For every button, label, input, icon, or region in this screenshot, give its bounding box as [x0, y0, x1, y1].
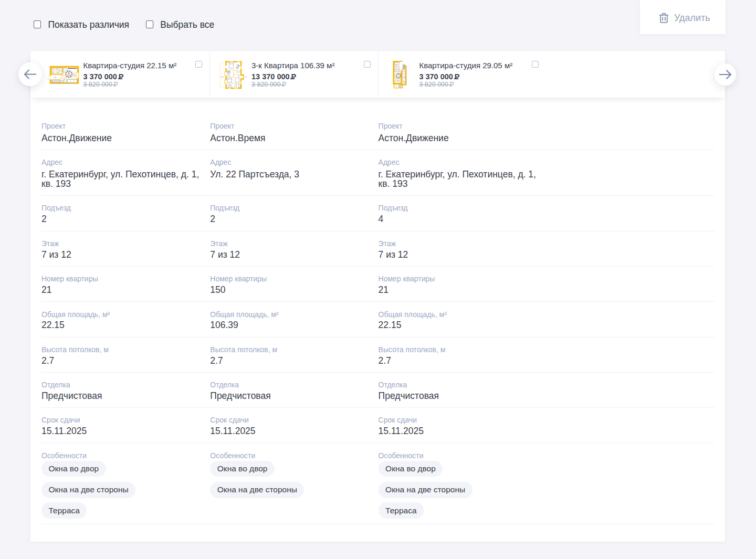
svg-text:9,1: 9,1	[74, 75, 77, 77]
svg-text:14,9: 14,9	[397, 80, 400, 82]
svg-text:16.6: 16.6	[220, 76, 224, 78]
svg-text:C: C	[68, 71, 70, 75]
svg-text:22.15: 22.15	[67, 75, 71, 77]
svg-text:1,1: 1,1	[397, 66, 400, 68]
svg-text:1,2: 1,2	[244, 76, 246, 78]
svg-text:1,6: 1,6	[395, 85, 397, 87]
svg-text:29.05: 29.05	[397, 76, 400, 77]
svg-text:2,8: 2,8	[54, 77, 57, 79]
